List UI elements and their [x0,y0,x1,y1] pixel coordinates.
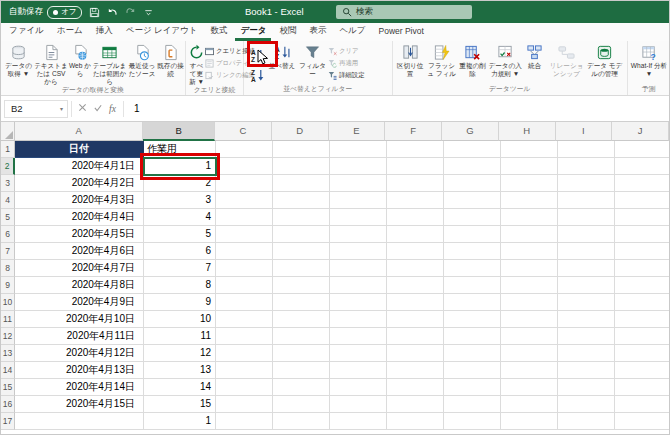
sort-descending-button[interactable]: ZA [249,68,265,83]
cell[interactable]: 8 [144,277,216,294]
name-box[interactable]: B2 ▾ [4,100,68,118]
row-header[interactable]: 1 [1,141,15,158]
tab-view[interactable]: 表示 [304,23,331,41]
cell[interactable]: 7 [144,260,216,277]
cell[interactable]: 2020年4月9日 [15,294,144,311]
cell[interactable]: 2020年4月3日 [15,192,144,209]
cell[interactable]: 3 [144,192,216,209]
data-validation-button[interactable]: データの入力規則 ▼ [488,43,523,78]
column-header-i[interactable]: I [556,122,613,141]
autosave-toggle[interactable]: 自動保存 オフ [9,6,82,19]
cell[interactable]: 2020年4月11日 [15,328,144,345]
filter-button[interactable]: フィルター [297,43,328,78]
row-header[interactable]: 9 [1,277,15,294]
cell[interactable]: 2020年4月4日 [15,209,144,226]
cell[interactable]: 2020年4月12日 [15,345,144,362]
cell[interactable]: 5 [144,226,216,243]
row-header[interactable]: 11 [1,311,15,328]
quick-access-menu-icon[interactable] [143,7,154,18]
tab-review[interactable]: 校閲 [274,23,301,41]
consolidate-button[interactable]: 統合 [523,43,547,70]
tab-insert[interactable]: 挿入 [91,23,118,41]
clear-filter-button[interactable]: クリア [328,47,372,56]
formula-input[interactable]: 1 [127,96,669,121]
relationships-button[interactable]: リレーションシップ [547,43,587,78]
row-header[interactable]: 16 [1,396,15,413]
row-header[interactable]: 5 [1,209,15,226]
column-header-c[interactable]: C [215,122,272,141]
redo-icon[interactable] [125,7,136,18]
from-web-button[interactable]: Web から [68,43,92,78]
cell[interactable]: 11 [144,328,216,345]
insert-function-button[interactable]: fx [105,104,120,114]
from-text-csv-button[interactable]: テキストまたは CSV から [34,43,68,85]
tab-data[interactable]: データ [235,23,271,41]
cell[interactable]: 2020年4月2日 [15,175,144,192]
row-header[interactable]: 14 [1,362,15,379]
cell-b2-active[interactable]: 1 [144,158,216,175]
undo-icon[interactable] [107,7,118,18]
row-header-selected[interactable]: 2 [1,158,15,175]
cell[interactable]: 1 [144,413,216,430]
cell[interactable]: 9 [144,294,216,311]
search-box[interactable]: 検索 [336,5,472,19]
cell[interactable]: 2020年4月15日 [15,396,144,413]
column-header-f[interactable]: F [385,122,442,141]
tab-power-pivot[interactable]: Power Pivot [373,23,428,41]
column-header-e[interactable]: E [329,122,386,141]
row-header[interactable]: 10 [1,294,15,311]
cell[interactable]: 2020年4月14日 [15,379,144,396]
row-header[interactable]: 4 [1,192,15,209]
row-header[interactable]: 12 [1,328,15,345]
from-table-range-button[interactable]: テーブルまたは範囲から [92,43,127,85]
cell[interactable]: 2020年4月10日 [15,311,144,328]
column-header-d[interactable]: D [272,122,329,141]
text-to-columns-button[interactable]: 区切り位置 [395,43,426,78]
column-header-b-selected[interactable]: B [143,122,215,141]
row-header[interactable]: 15 [1,379,15,396]
cancel-icon[interactable] [75,103,90,114]
cell-a1[interactable]: 日付 [15,141,144,158]
cell[interactable]: 2020年4月8日 [15,277,144,294]
autosave-switch[interactable]: オフ [47,6,82,19]
cell[interactable]: 2020年4月5日 [15,226,144,243]
cell[interactable]: 6 [144,243,216,260]
cell[interactable] [15,413,144,430]
tab-home[interactable]: ホーム [52,23,88,41]
name-box-caret-icon[interactable]: ▾ [60,105,63,112]
refresh-all-button[interactable]: すべて更新 ▼ [188,43,205,85]
get-data-button[interactable]: データの取得 ▼ [3,43,34,78]
reapply-filter-button[interactable]: 再適用 [328,59,372,68]
row-header[interactable]: 6 [1,226,15,243]
row-header[interactable]: 13 [1,345,15,362]
tab-file[interactable]: ファイル [4,23,49,41]
cell[interactable]: 13 [144,362,216,379]
recent-sources-button[interactable]: 最近使ったソース [127,43,157,78]
cell-b1[interactable]: 作業用 [144,141,216,158]
cell[interactable]: 2020年4月13日 [15,362,144,379]
cell[interactable]: 10 [144,311,216,328]
what-if-analysis-button[interactable]: ? What-If 分析 ▼ [630,43,668,78]
cell[interactable]: 15 [144,396,216,413]
cell[interactable]: 14 [144,379,216,396]
column-header-h[interactable]: H [499,122,556,141]
save-icon[interactable] [89,7,100,18]
column-header-g[interactable]: G [442,122,499,141]
enter-icon[interactable] [90,103,105,114]
cell[interactable]: 2020年4月7日 [15,260,144,277]
row-header[interactable]: 3 [1,175,15,192]
remove-duplicates-button[interactable]: 重複の削除 [458,43,488,78]
existing-connections-button[interactable]: 既存の接続 [157,43,184,78]
manage-data-model-button[interactable]: データ モデルの管理 [587,43,623,78]
row-header[interactable]: 7 [1,243,15,260]
sort-ascending-button[interactable]: AZ [249,48,265,63]
advanced-filter-button[interactable]: 詳細設定 [328,71,372,80]
row-header[interactable]: 17 [1,413,15,430]
select-all-corner[interactable] [1,122,15,141]
column-header-j[interactable]: J [612,122,669,141]
tab-help[interactable]: ヘルプ [334,23,370,41]
tab-formulas[interactable]: 数式 [205,23,232,41]
row-header[interactable]: 8 [1,260,15,277]
sort-dialog-button[interactable]: AZ 並べ替え [267,43,297,70]
flash-fill-button[interactable]: フラッシュ フィル [426,43,458,78]
